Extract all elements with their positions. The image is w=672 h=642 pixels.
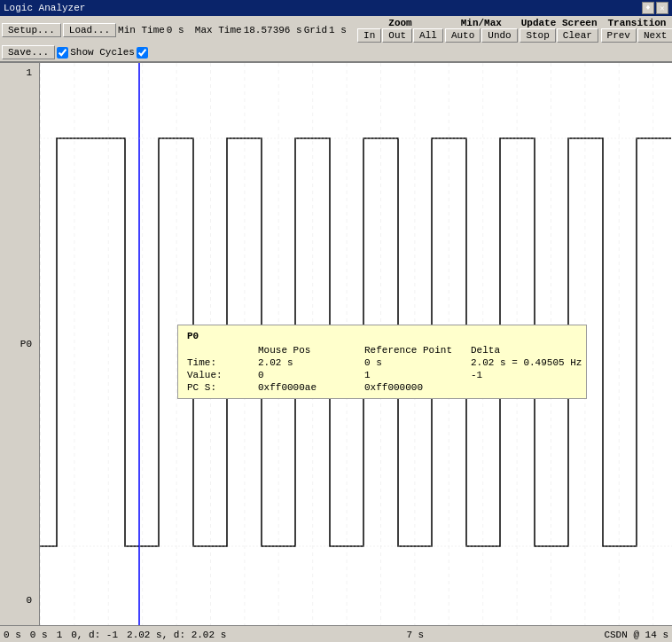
- prev-button[interactable]: Prev: [601, 28, 637, 43]
- update-screen-group: Update Screen Stop Clear: [520, 18, 599, 43]
- y-axis-bottom-label: 0: [26, 595, 35, 606]
- min-time-group: Min Time 0 s: [118, 25, 193, 35]
- tooltip-col4-header: Delta: [471, 345, 577, 356]
- status-item-4: 0, d: -1: [71, 630, 118, 640]
- update-screen-buttons: Stop Clear: [520, 28, 598, 43]
- zoom-buttons: In Out All: [357, 28, 443, 43]
- extra-check-label[interactable]: [137, 47, 148, 59]
- transition-group: Transition Prev Next: [601, 18, 672, 43]
- status-item-5: 2.02 s, d: 2.02 s: [127, 630, 226, 640]
- extra-checkbox[interactable]: [137, 47, 148, 59]
- minmax-label: Min/Max: [459, 18, 504, 28]
- pin-button[interactable]: ♦: [642, 2, 654, 14]
- min-time-label: Min Time: [118, 25, 165, 35]
- grid-group: Grid 1 s: [304, 25, 356, 35]
- status-item-3: 1: [57, 630, 63, 640]
- setup-button[interactable]: Setup...: [2, 23, 61, 37]
- max-time-value: 18.57396 s: [244, 25, 302, 35]
- tooltip-table: Mouse Pos Reference Point Delta Time: 2.…: [187, 345, 577, 393]
- min-time-value: 0 s: [167, 25, 193, 35]
- y-axis-top-label: 1: [26, 67, 35, 78]
- toolbar-row2: Save... Show Cycles: [0, 44, 672, 61]
- stop-button[interactable]: Stop: [520, 28, 555, 43]
- max-time-group: Max Time 18.57396 s: [195, 25, 302, 35]
- minmax-buttons: Auto Undo: [445, 28, 518, 43]
- zoom-all-button[interactable]: All: [413, 28, 443, 43]
- grid-value: 1 s: [329, 25, 356, 35]
- close-button[interactable]: ✕: [656, 2, 668, 14]
- status-item-2: 0 s: [30, 630, 48, 640]
- save-button[interactable]: Save...: [2, 45, 55, 59]
- tooltip-pcs-refpoint: 0xff000000: [364, 382, 471, 393]
- show-cycles-label: Show Cycles: [70, 47, 135, 58]
- clear-button[interactable]: Clear: [557, 28, 598, 43]
- toolbar-row1: Setup... Load... Min Time 0 s Max Time 1…: [0, 16, 672, 44]
- transition-buttons: Prev Next: [601, 28, 672, 43]
- tooltip-pcs-label: PC S:: [187, 382, 258, 393]
- signal-area: 1 P0 0: [0, 63, 672, 625]
- status-item-1: 0 s: [4, 630, 21, 640]
- status-item-6: 7 s: [406, 630, 424, 640]
- tooltip-pcs-mousepos: 0xff0000ae: [258, 382, 364, 393]
- title-bar-buttons: ♦ ✕: [642, 2, 668, 14]
- title-bar-text: Logic Analyzer: [4, 3, 85, 13]
- next-button[interactable]: Next: [637, 28, 672, 43]
- show-cycles-checkbox[interactable]: [57, 47, 68, 59]
- signal-names-column: 1 P0 0: [0, 63, 40, 625]
- zoom-out-button[interactable]: Out: [382, 28, 412, 43]
- toolbars: Setup... Load... Min Time 0 s Max Time 1…: [0, 16, 672, 63]
- tooltip-signal-name: P0: [187, 331, 577, 341]
- transition-label: Transition: [606, 18, 668, 28]
- tooltip-value-refpoint: 1: [364, 370, 471, 380]
- title-bar: Logic Analyzer ♦ ✕: [0, 0, 672, 16]
- waveform-canvas[interactable]: P0 Mouse Pos Reference Point Delta Time:…: [40, 63, 672, 625]
- tooltip-time-refpoint: 0 s: [364, 357, 471, 368]
- zoom-group: Zoom In Out All: [357, 18, 443, 43]
- status-bar: 0 s 0 s 1 0, d: -1 2.02 s, d: 2.02 s 7 s…: [0, 625, 672, 642]
- minmax-group: Min/Max Auto Undo: [445, 18, 518, 43]
- tooltip-col2-header: Mouse Pos: [258, 345, 364, 356]
- tooltip-value-mousepos: 0: [258, 370, 364, 380]
- tooltip-value-label: Value:: [187, 370, 258, 380]
- tooltip-time-label: Time:: [187, 357, 258, 368]
- tooltip-pcs-delta: [471, 382, 577, 393]
- main-container: 1 P0 0: [0, 63, 672, 625]
- max-time-label: Max Time: [195, 25, 242, 35]
- show-cycles-check-label[interactable]: Show Cycles: [57, 47, 135, 59]
- update-screen-label: Update Screen: [520, 18, 599, 28]
- tooltip-col1-header: [187, 345, 258, 356]
- tooltip-time-delta: 2.02 s = 0.49505 Hz: [471, 357, 577, 368]
- zoom-label: Zoom: [387, 18, 413, 28]
- signal-name-p0: P0: [20, 339, 35, 349]
- tooltip-value-delta: -1: [471, 370, 577, 380]
- auto-button[interactable]: Auto: [445, 28, 481, 43]
- status-item-7: CSDN @ 14 s: [604, 630, 668, 640]
- tooltip-time-mousepos: 2.02 s: [258, 357, 364, 368]
- tooltip-box: P0 Mouse Pos Reference Point Delta Time:…: [177, 325, 587, 399]
- grid-label: Grid: [304, 25, 327, 35]
- zoom-in-button[interactable]: In: [357, 28, 381, 43]
- undo-button[interactable]: Undo: [481, 28, 517, 43]
- tooltip-col3-header: Reference Point: [364, 345, 471, 356]
- load-button[interactable]: Load...: [63, 23, 116, 37]
